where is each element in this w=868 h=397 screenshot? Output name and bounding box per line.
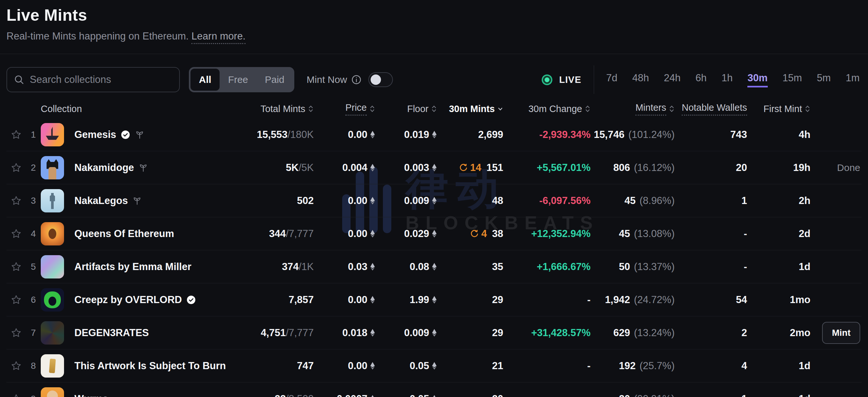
- collection-avatar[interactable]: [41, 288, 64, 312]
- new-collection-sapling-icon: [132, 196, 142, 206]
- verified-badge-icon: [186, 295, 196, 305]
- info-icon[interactable]: [351, 75, 361, 85]
- mint-price: 0.00: [348, 360, 367, 372]
- collection-avatar[interactable]: [41, 123, 64, 146]
- column-header-total-mints[interactable]: Total Mints: [236, 104, 314, 114]
- watchlist-star-icon[interactable]: [10, 261, 22, 273]
- first-mint-age: 4h: [747, 129, 810, 141]
- time-filter-48h[interactable]: 48h: [632, 72, 649, 87]
- time-filter-24h[interactable]: 24h: [664, 72, 681, 87]
- collection-avatar[interactable]: [41, 387, 64, 397]
- watchlist-star-icon[interactable]: [10, 228, 22, 239]
- total-minted: 4,751: [261, 327, 286, 339]
- search-collections-box[interactable]: [6, 67, 180, 92]
- time-filter-1h[interactable]: 1h: [721, 72, 733, 87]
- filter-tab-free[interactable]: Free: [220, 69, 256, 91]
- rank-number: 3: [26, 196, 41, 206]
- first-mint-age: 2h: [747, 195, 810, 207]
- notable-wallets-count[interactable]: 20: [675, 162, 747, 174]
- mints-30m: 29: [492, 294, 503, 306]
- collection-name[interactable]: Wurms: [74, 393, 108, 397]
- total-minted: 7,857: [288, 294, 314, 306]
- table-row[interactable]: 5 Artifacts by Emma Miller 374/1K 0.03 0…: [6, 250, 862, 283]
- time-filter-15m[interactable]: 15m: [783, 72, 802, 87]
- collection-avatar[interactable]: [41, 321, 64, 344]
- notable-wallets-count[interactable]: 2: [675, 327, 747, 339]
- column-header-30m-mints[interactable]: 30m Mints: [437, 104, 503, 114]
- mints-30m: 38: [492, 228, 503, 239]
- watchlist-star-icon[interactable]: [10, 294, 22, 306]
- watchlist-star-icon[interactable]: [10, 195, 22, 207]
- total-supply: /7,777: [286, 327, 314, 339]
- collection-avatar[interactable]: [41, 255, 64, 279]
- learn-more-link[interactable]: Learn more.: [191, 30, 245, 44]
- time-filter-6h[interactable]: 6h: [695, 72, 707, 87]
- mints-30m: 2,699: [478, 129, 503, 141]
- collection-name[interactable]: Queens Of Ethereum: [74, 228, 174, 239]
- time-filter-30m[interactable]: 30m: [747, 72, 768, 87]
- mint-price: 0.00: [348, 294, 367, 306]
- column-header-floor[interactable]: Floor: [375, 104, 437, 114]
- watchlist-star-icon[interactable]: [10, 360, 22, 372]
- column-header-minters[interactable]: Minters: [591, 102, 675, 116]
- floor-price: 1.99: [410, 294, 429, 306]
- collection-name[interactable]: This Artwork Is Subject To Burn: [74, 360, 226, 372]
- minters-percent: (13.08%): [634, 228, 675, 239]
- notable-wallets-count[interactable]: 54: [675, 294, 747, 306]
- table-row[interactable]: 8 This Artwork Is Subject To Burn 747 0.…: [6, 349, 862, 382]
- verified-badge-icon: [121, 130, 130, 140]
- search-input[interactable]: [30, 74, 173, 85]
- table-row[interactable]: 4 Queens Of Ethereum 344/7,777 0.00 0.02…: [6, 217, 862, 250]
- time-filter-1m[interactable]: 1m: [846, 72, 860, 87]
- eth-icon: [370, 362, 375, 370]
- change-30m: -: [503, 393, 591, 397]
- table-row[interactable]: 7 DEGEN3RATES 4,751/7,777 0.018 0.009 29…: [6, 316, 862, 349]
- filter-tab-all[interactable]: All: [190, 69, 220, 91]
- collection-avatar[interactable]: [41, 189, 64, 212]
- eth-icon: [432, 197, 437, 205]
- table-row[interactable]: 1 Gemesis 15,553/180K 0.00 0.019 2,699 -…: [6, 118, 862, 151]
- collection-name[interactable]: Creepz by OVERLORD: [74, 294, 182, 306]
- column-header-30m-change[interactable]: 30m Change: [503, 104, 591, 114]
- collection-name[interactable]: Nakamidoge: [74, 162, 134, 174]
- notable-wallets-count[interactable]: 1: [675, 195, 747, 207]
- change-30m: +31,428.57%: [503, 327, 591, 339]
- notable-wallets-count[interactable]: -: [675, 261, 747, 273]
- table-body: 1 Gemesis 15,553/180K 0.00 0.019 2,699 -…: [6, 118, 862, 397]
- rank-number: 2: [26, 163, 41, 173]
- mint-now-toggle[interactable]: [368, 72, 393, 87]
- table-row[interactable]: 2 Nakamidoge 5K/5K 0.004 0.003 14 151 +5…: [6, 151, 862, 184]
- filter-tab-paid[interactable]: Paid: [256, 69, 293, 91]
- first-mint-age: 2d: [747, 228, 810, 239]
- table-row[interactable]: 6 Creepz by OVERLORD 7,857 0.00 1.99 29 …: [6, 283, 862, 316]
- floor-price: 0.05: [410, 393, 429, 397]
- notable-wallets-count[interactable]: -: [675, 228, 747, 239]
- column-header-first-mint[interactable]: First Mint: [747, 104, 810, 114]
- first-mint-age: 19h: [747, 162, 810, 174]
- watchlist-star-icon[interactable]: [10, 162, 22, 174]
- collection-name[interactable]: DEGEN3RATES: [74, 327, 149, 339]
- collection-avatar[interactable]: [41, 156, 64, 179]
- watchlist-star-icon[interactable]: [10, 393, 22, 397]
- first-mint-age: 1d: [747, 393, 810, 397]
- notable-wallets-count[interactable]: 743: [675, 129, 747, 141]
- eth-icon: [432, 230, 437, 238]
- notable-wallets-count[interactable]: 1: [675, 393, 747, 397]
- collection-name[interactable]: NakaLegos: [74, 195, 128, 207]
- collection-avatar[interactable]: [41, 354, 64, 377]
- time-filters: 7d48h24h6h1h30m15m5m1m: [607, 72, 862, 87]
- notable-wallets-count[interactable]: 4: [675, 360, 747, 372]
- live-indicator[interactable]: LIVE: [541, 75, 581, 85]
- collection-avatar[interactable]: [41, 222, 64, 246]
- mint-button[interactable]: Mint: [822, 322, 860, 344]
- collection-name[interactable]: Artifacts by Emma Miller: [74, 261, 191, 273]
- mint-now-control: Mint Now: [307, 72, 393, 87]
- column-header-price[interactable]: Price: [314, 102, 375, 116]
- table-row[interactable]: 9 Wurms 22/3,500 0.0007 0.05 20 - 20(90.…: [6, 382, 862, 397]
- watchlist-star-icon[interactable]: [10, 327, 22, 339]
- watchlist-star-icon[interactable]: [10, 129, 22, 141]
- collection-name[interactable]: Gemesis: [74, 129, 116, 141]
- time-filter-7d[interactable]: 7d: [607, 72, 617, 87]
- time-filter-5m[interactable]: 5m: [817, 72, 831, 87]
- table-row[interactable]: 3 NakaLegos 502 0.00 0.009 48 -6,097.56%: [6, 184, 862, 217]
